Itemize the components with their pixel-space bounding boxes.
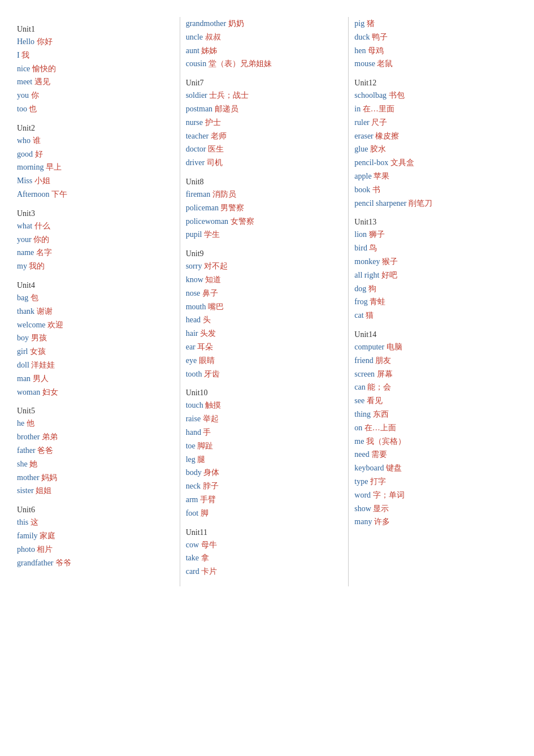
unit-block: Unit4bag 包thank 谢谢welcome 欢迎boy 男孩girl 女…	[17, 281, 174, 399]
word-line: know 知道	[186, 273, 343, 287]
word-line: frog 青蛙	[354, 295, 511, 309]
col3-units: pig 猪duck 鸭子hen 母鸡mouse 老鼠Unit12schoolba…	[354, 17, 511, 529]
word-line: pupil 学生	[186, 228, 343, 241]
word-line: you 你	[17, 89, 174, 102]
english-word: need	[354, 450, 369, 459]
chinese-word: 消防员	[210, 190, 236, 198]
word-line: eye 眼睛	[186, 354, 343, 368]
english-word: me	[354, 437, 364, 446]
chinese-word: 学生	[202, 230, 220, 239]
english-word: screen	[354, 370, 375, 378]
word-line: nurse 护士	[186, 116, 343, 129]
english-word: can	[354, 383, 365, 391]
word-line: mouse 老鼠	[354, 57, 511, 71]
chinese-word: 欢迎	[46, 321, 64, 329]
english-word: leg	[186, 455, 196, 464]
word-line: pig 猪	[354, 17, 511, 31]
chinese-word: 拿	[199, 554, 209, 562]
word-line: who 谁	[17, 134, 174, 148]
english-word: this	[17, 518, 28, 526]
english-word: take	[186, 554, 199, 562]
word-line: screen 屏幕	[354, 368, 511, 381]
chinese-word: 举起	[201, 414, 219, 423]
chinese-word: 键盘	[384, 464, 402, 472]
column-2: grandmother 奶奶uncle 叔叔aunt 姊姊cousin 堂（表）…	[180, 17, 349, 586]
chinese-word: 司机	[205, 158, 223, 167]
word-line: soldier 士兵；战士	[186, 89, 343, 102]
english-word: grandfather	[17, 559, 54, 567]
chinese-word: 许多	[372, 517, 390, 526]
english-word: on	[354, 424, 362, 432]
english-word: dog	[354, 284, 366, 293]
chinese-word: 脚趾	[196, 442, 214, 450]
english-word: head	[186, 316, 201, 324]
unit-label: Unit12	[354, 79, 511, 88]
word-line: in 在…里面	[354, 102, 511, 116]
chinese-word: 弟弟	[40, 433, 58, 441]
chinese-word: 什么	[32, 222, 50, 230]
word-line: lion 狮子	[354, 228, 511, 241]
word-line: family 家庭	[17, 529, 174, 543]
english-word: grandmother	[186, 19, 227, 28]
word-line: friend 朋友	[354, 354, 511, 368]
chinese-word: 在…里面	[361, 105, 394, 113]
chinese-word: 鼻子	[200, 289, 218, 297]
chinese-word: 男人	[31, 374, 49, 383]
unit-label: Unit1	[17, 25, 174, 34]
chinese-word: 手	[201, 428, 211, 437]
english-word: meet	[17, 77, 32, 86]
english-word: glue	[354, 145, 368, 153]
word-line: book 书	[354, 183, 511, 197]
chinese-word: 猴子	[380, 257, 398, 266]
word-line: type 打字	[354, 475, 511, 489]
english-word: postman	[186, 105, 212, 113]
chinese-word: 脚	[198, 509, 209, 517]
english-word: soldier	[186, 91, 207, 100]
english-word: bag	[17, 293, 28, 302]
chinese-word: 身体	[202, 468, 220, 477]
word-line: bird 鸟	[354, 241, 511, 255]
english-word: pupil	[186, 230, 202, 239]
chinese-word: 对不起	[202, 262, 228, 270]
chinese-word: 需要	[370, 450, 388, 459]
english-word: in	[354, 105, 361, 113]
word-line: nose 鼻子	[186, 287, 343, 300]
word-line: sister 姐姐	[17, 484, 174, 498]
english-word: father	[17, 446, 36, 455]
word-line: woman 妇女	[17, 386, 174, 399]
chinese-word: 这	[28, 518, 38, 526]
col1-units: Unit1Hello 你好I 我nice 愉快的meet 遇见you 你too …	[17, 25, 174, 569]
chinese-word: 洋娃娃	[29, 361, 55, 369]
chinese-word: 女孩	[28, 347, 46, 356]
chinese-word: 我的	[27, 262, 45, 270]
english-word: sister	[17, 486, 34, 495]
word-line: brother 弟弟	[17, 430, 174, 444]
english-word: too	[17, 105, 27, 113]
english-word: lion	[354, 230, 367, 239]
unit-label: Unit2	[17, 124, 174, 133]
chinese-word: 鸟	[367, 244, 377, 252]
word-line: dog 狗	[354, 282, 511, 296]
english-word: nurse	[186, 118, 203, 127]
english-word: mouth	[186, 303, 206, 311]
chinese-word: 嘴巴	[206, 303, 224, 311]
english-word: duck	[354, 33, 370, 41]
english-word: hand	[186, 428, 201, 437]
english-word: frog	[354, 297, 367, 306]
chinese-word: 她	[28, 460, 38, 468]
unit-label: Unit14	[354, 330, 511, 339]
chinese-word: 牙齿	[202, 370, 220, 378]
english-word: driver	[186, 158, 205, 167]
english-word: mouse	[354, 59, 375, 68]
english-word: pencil-box	[354, 158, 388, 167]
word-line: teacher 老师	[186, 129, 343, 143]
unit-block: Unit7soldier 士兵；战士postman 邮递员nurse 护士tea…	[186, 79, 343, 170]
english-word: eraser	[354, 132, 373, 140]
english-word: many	[354, 517, 372, 526]
word-line: good 好	[17, 148, 174, 161]
english-word: monkey	[354, 257, 380, 266]
word-line: on 在…上面	[354, 421, 511, 435]
word-line: leg 腿	[186, 453, 343, 466]
word-line: boy 男孩	[17, 331, 174, 345]
chinese-word: 母鸡	[366, 46, 384, 55]
